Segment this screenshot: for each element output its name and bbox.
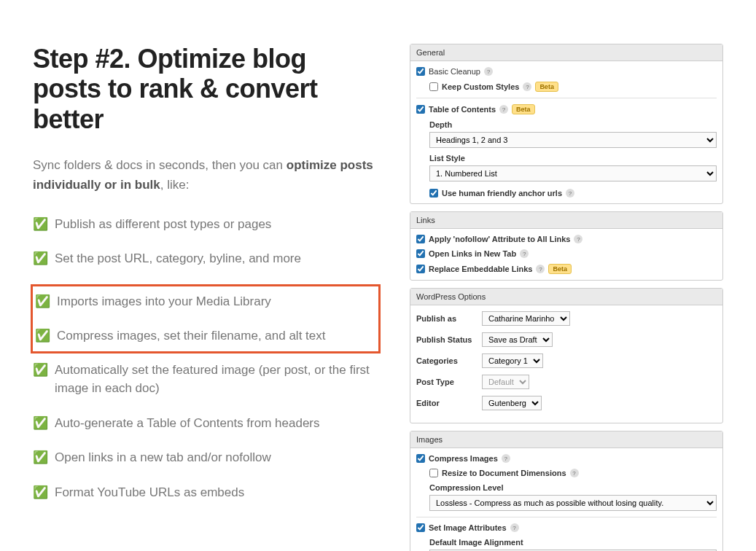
checkbox-keep-custom-styles[interactable] <box>429 82 438 91</box>
checkbox-new-tab[interactable] <box>416 249 425 258</box>
label-depth: Depth <box>429 120 717 129</box>
list-text: Open links in a new tab and/or nofollow <box>55 448 271 467</box>
help-icon[interactable]: ? <box>499 105 508 114</box>
help-icon[interactable]: ? <box>520 249 529 258</box>
list-item: ✅Open links in a new tab and/or nofollow <box>33 448 381 467</box>
checkbox-replace-embed[interactable] <box>416 265 425 273</box>
label-compression-level: Compression Level <box>429 483 717 492</box>
check-icon: ✅ <box>35 327 50 345</box>
help-icon[interactable]: ? <box>566 189 574 198</box>
list-item: ✅Compress images, set their filename, an… <box>35 327 373 345</box>
select-list-style[interactable]: 1. Numbered List <box>429 165 717 181</box>
row-nofollow: Apply 'nofollow' Attribute to All Links … <box>416 235 717 243</box>
list-item: ✅Set the post URL, category, byline, and… <box>33 249 381 268</box>
label-editor: Editor <box>416 399 482 407</box>
list-text: Compress images, set their filename, and… <box>57 327 326 345</box>
help-icon[interactable]: ? <box>536 265 545 273</box>
label-nofollow: Apply 'nofollow' Attribute to All Links <box>429 235 570 243</box>
panel-body-general: Basic Cleanup ? Keep Custom Styles ? Bet… <box>410 61 722 203</box>
label-categories: Categories <box>416 356 482 365</box>
help-icon[interactable]: ? <box>574 235 582 243</box>
checkbox-compress-images[interactable] <box>416 454 425 463</box>
list-text: Format YouTube URLs as embeds <box>55 483 244 502</box>
attr-settings: Default Image Alignment Center <box>429 538 717 551</box>
row-keep-custom-styles: Keep Custom Styles ? Beta <box>429 82 717 92</box>
panel-header-general: General <box>410 44 722 61</box>
panel-header-wp: WordPress Options <box>410 289 722 305</box>
help-icon[interactable]: ? <box>502 454 510 463</box>
list-text: Set the post URL, category, byline, and … <box>55 249 301 268</box>
select-editor[interactable]: Gutenberg <box>482 396 542 410</box>
row-compress-images: Compress Images ? <box>416 454 717 463</box>
check-icon: ✅ <box>33 483 48 502</box>
select-publish-status[interactable]: Save as Draft <box>482 332 553 347</box>
panel-body-links: Apply 'nofollow' Attribute to All Links … <box>410 229 722 280</box>
panel-body-images: Compress Images ? Resize to Document Dim… <box>410 448 722 551</box>
panel-header-images: Images <box>410 431 722 448</box>
beta-badge: Beta <box>512 104 535 114</box>
left-column: Step #2. Optimize blog posts to rank & c… <box>33 44 381 551</box>
select-categories[interactable]: Category 1 <box>482 353 543 368</box>
label-set-attrs: Set Image Attributes <box>429 523 507 532</box>
settings-column: General Basic Cleanup ? Keep Custom Styl… <box>410 44 723 551</box>
help-icon[interactable]: ? <box>523 82 531 91</box>
label-human-friendly: Use human friendly anchor urls <box>442 189 562 198</box>
checkbox-set-attrs[interactable] <box>416 523 425 532</box>
row-new-tab: Open Links in New Tab ? <box>416 249 717 258</box>
panel-wordpress-options: WordPress Options Publish as Catharine M… <box>410 288 723 423</box>
label-publish-as: Publish as <box>416 314 482 323</box>
select-post-type[interactable]: Default <box>482 375 529 389</box>
feature-list: ✅Publish as different post types or page… <box>33 215 381 268</box>
highlight-box: ✅Imports images into your Media Library … <box>31 284 381 353</box>
row-publish-as: Publish as Catharine Marinho <box>416 311 717 326</box>
check-icon: ✅ <box>33 249 48 268</box>
list-item: ✅Automatically set the featured image (p… <box>33 361 381 398</box>
help-icon[interactable]: ? <box>484 67 493 76</box>
select-publish-as[interactable]: Catharine Marinho <box>482 311 570 326</box>
highlighted-list: ✅Imports images into your Media Library … <box>33 292 373 345</box>
row-set-attrs: Set Image Attributes ? <box>416 523 717 532</box>
list-text: Publish as different post types or pages <box>55 215 271 234</box>
beta-badge: Beta <box>548 264 572 274</box>
panel-images: Images Compress Images ? Resize to Docum… <box>410 431 723 551</box>
list-item: ✅Format YouTube URLs as embeds <box>33 483 381 502</box>
feature-list-2: ✅Automatically set the featured image (p… <box>33 361 381 502</box>
toc-settings: Depth Headings 1, 2 and 3 List Style 1. … <box>429 120 717 198</box>
row-resize: Resize to Document Dimensions ? <box>429 469 717 477</box>
select-depth[interactable]: Headings 1, 2 and 3 <box>429 132 717 148</box>
help-icon[interactable]: ? <box>510 523 519 532</box>
check-icon: ✅ <box>35 292 50 311</box>
page-container: Step #2. Optimize blog posts to rank & c… <box>0 0 756 551</box>
panel-links: Links Apply 'nofollow' Attribute to All … <box>410 211 723 281</box>
compress-settings: Resize to Document Dimensions ? Compress… <box>429 469 717 511</box>
checkbox-human-friendly[interactable] <box>429 189 438 198</box>
list-text: Imports images into your Media Library <box>57 292 271 311</box>
subtext-suffix: , like: <box>160 178 190 192</box>
checkbox-basic-cleanup[interactable] <box>416 67 425 76</box>
check-icon: ✅ <box>33 448 48 467</box>
check-icon: ✅ <box>33 361 48 380</box>
panel-header-links: Links <box>410 212 722 229</box>
label-default-align: Default Image Alignment <box>429 538 717 547</box>
label-new-tab: Open Links in New Tab <box>429 249 516 258</box>
row-post-type: Post Type Default <box>416 375 717 389</box>
checkbox-nofollow[interactable] <box>416 235 425 243</box>
select-compression-level[interactable]: Lossless - Compress as much as possible … <box>429 495 717 511</box>
list-item: ✅Publish as different post types or page… <box>33 215 381 234</box>
checkbox-toc[interactable] <box>416 105 425 114</box>
label-keep-custom-styles: Keep Custom Styles <box>442 82 519 91</box>
separator <box>416 517 717 517</box>
label-toc: Table of Contents <box>429 105 496 114</box>
subtext-prefix: Sync folders & docs in seconds, then you… <box>33 158 287 172</box>
label-post-type: Post Type <box>416 378 482 386</box>
label-list-style: List Style <box>429 154 717 163</box>
check-icon: ✅ <box>33 414 48 433</box>
separator <box>416 98 717 98</box>
list-text: Auto-generate a Table of Contents from h… <box>55 414 320 433</box>
check-icon: ✅ <box>33 215 48 234</box>
label-basic-cleanup: Basic Cleanup <box>429 67 480 76</box>
label-resize: Resize to Document Dimensions <box>442 469 566 477</box>
help-icon[interactable]: ? <box>570 469 579 477</box>
checkbox-resize[interactable] <box>429 469 438 477</box>
panel-general: General Basic Cleanup ? Keep Custom Styl… <box>410 44 723 204</box>
